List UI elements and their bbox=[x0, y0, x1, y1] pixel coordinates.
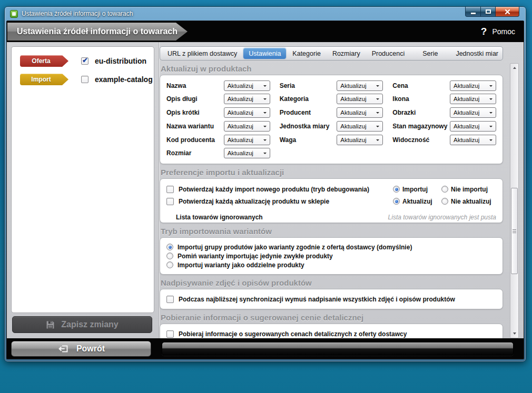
page-title: Ustawienia źródeł informacji o towarach bbox=[17, 27, 178, 36]
dropdown-nazwa-wariantu[interactable]: Aktualizuj bbox=[224, 121, 270, 132]
dropdown-kategoria[interactable]: Aktualizuj bbox=[337, 94, 383, 104]
save-changes-button[interactable]: Zapisz zmiany bbox=[12, 316, 152, 333]
pref-row-update: Potwierdzaj każdą aktualizację produktu … bbox=[166, 195, 496, 207]
overwrite-card: Podczas najbliższej synchronizacji wymuś… bbox=[160, 289, 503, 309]
field-kategoria: Kategoria Aktualizuj bbox=[280, 93, 383, 106]
tab-url-z-plikiem-dostawcy[interactable]: URL z plikiem dostawcy bbox=[162, 48, 242, 59]
confirm-import-checkbox[interactable] bbox=[166, 186, 174, 193]
variant-separate-radio[interactable] bbox=[166, 261, 173, 268]
tab-ustawienia[interactable]: Ustawienia bbox=[243, 48, 286, 59]
window-title: Ustawienia źródeł informacji o towarach bbox=[22, 10, 133, 17]
app-icon bbox=[10, 10, 18, 18]
help-button[interactable]: ? Pomoc bbox=[481, 21, 515, 42]
dropdown-value: Aktualizuj bbox=[450, 123, 489, 129]
radio-nie-aktualizuj-input[interactable] bbox=[441, 198, 448, 205]
dropdown-value: Aktualizuj bbox=[450, 109, 489, 116]
confirm-import-label[interactable]: Potwierdzaj każdy import nowego produktu… bbox=[179, 186, 369, 193]
dropdown-widocznosc[interactable]: Aktualizuj bbox=[450, 135, 496, 145]
price-label[interactable]: Pobieraj informacje o sugerowanych cenac… bbox=[179, 330, 407, 338]
dropdown-kod-producenta[interactable]: Aktualizuj bbox=[224, 135, 270, 145]
dropdown-opis-krotki[interactable]: Aktualizuj bbox=[224, 107, 270, 118]
radio-importuj-input[interactable] bbox=[393, 186, 400, 193]
variant-separate-label[interactable]: Importuj warianty jako oddzielne produkt… bbox=[178, 261, 304, 269]
field-stan-magazynowy: Stan magazynowy Aktualizuj bbox=[392, 119, 496, 133]
dropdown-rozmiar[interactable]: Aktualizuj bbox=[224, 148, 270, 158]
overwrite-checkbox[interactable] bbox=[166, 296, 174, 303]
dropdown-value: Aktualizuj bbox=[337, 96, 376, 102]
help-label: Pomoc bbox=[492, 27, 515, 36]
dropdown-producent[interactable]: Aktualizuj bbox=[337, 107, 383, 118]
source-name[interactable]: eu-distribution bbox=[95, 57, 146, 65]
radio-nie-aktualizuj-label[interactable]: Nie aktualizuj bbox=[451, 198, 491, 205]
variant-groups-label[interactable]: Importuj grupy produtów jako warianty zg… bbox=[178, 244, 412, 251]
dropdown-obrazki[interactable]: Aktualizuj bbox=[450, 107, 496, 118]
overwrite-label[interactable]: Podczas najbliższej synchronizacji wymuś… bbox=[179, 296, 455, 303]
price-checkbox[interactable] bbox=[166, 330, 174, 338]
scrollbar-thumb[interactable] bbox=[511, 188, 518, 274]
dropdown-value: Aktualizuj bbox=[337, 137, 376, 143]
variant-skip-radio[interactable] bbox=[166, 253, 173, 259]
grip-icon bbox=[513, 231, 516, 231]
save-icon bbox=[46, 320, 55, 329]
pref-row-import: Potwierdzaj każdy import nowego produktu… bbox=[166, 183, 496, 195]
scroll-up-button[interactable] bbox=[510, 64, 518, 72]
update-fields-card: Nazwa Aktualizuj Seria Aktualizuj Cena A… bbox=[160, 75, 503, 164]
variant-option-separate: Importuj warianty jako oddzielne produkt… bbox=[166, 260, 496, 269]
field-nazwa: Nazwa Aktualizuj bbox=[166, 79, 270, 92]
tab-producenci[interactable]: Producenci bbox=[367, 48, 410, 59]
dropdown-value: Aktualizuj bbox=[224, 109, 263, 116]
import-badge: Import bbox=[20, 74, 68, 85]
tab-rozmiary[interactable]: Rozmiary bbox=[327, 48, 366, 59]
tab-kategorie[interactable]: Kategorie bbox=[287, 48, 326, 59]
radio-nie-importuj-label[interactable]: Nie importuj bbox=[451, 186, 488, 193]
chevron-down-icon bbox=[376, 126, 379, 129]
dropdown-nazwa[interactable]: Aktualizuj bbox=[224, 80, 270, 91]
dropdown-waga[interactable]: Aktualizuj bbox=[337, 135, 383, 145]
settings-main: URL z plikiem dostawcy Ustawienia Katego… bbox=[160, 42, 503, 338]
dropdown-jednostka-miary[interactable]: Aktualizuj bbox=[337, 121, 383, 132]
tab-serie[interactable]: Serie bbox=[417, 48, 443, 59]
radio-aktualizuj-label[interactable]: Aktualizuj bbox=[402, 198, 432, 205]
ignored-list-label[interactable]: Lista towarów ignorowanych bbox=[176, 214, 263, 221]
radio-aktualizuj-input[interactable] bbox=[393, 198, 400, 205]
field-label: Rozmiar bbox=[166, 149, 224, 157]
source-checkbox-example-catalog[interactable] bbox=[81, 76, 88, 83]
chevron-down-icon bbox=[376, 139, 379, 143]
field-label: Obrazki bbox=[392, 109, 450, 116]
dropdown-value: Aktualizuj bbox=[450, 83, 489, 89]
variant-groups-radio[interactable] bbox=[166, 244, 173, 250]
dropdown-opis-dlugi[interactable]: Aktualizuj bbox=[224, 94, 270, 104]
triangle-up-icon bbox=[513, 65, 516, 69]
ignored-list-status: Lista towarów ignorowanych jest pusta bbox=[388, 214, 496, 221]
tab-jednostki-miar[interactable]: Jednostki miar bbox=[450, 48, 504, 59]
field-cena: Cena Aktualizuj bbox=[392, 79, 496, 92]
back-button[interactable]: Powrót bbox=[11, 341, 151, 357]
source-checkbox-eu-distribution[interactable] bbox=[81, 57, 88, 65]
dropdown-value: Aktualizuj bbox=[337, 109, 376, 116]
dropdown-seria[interactable]: Aktualizuj bbox=[337, 80, 383, 91]
minimize-button[interactable] bbox=[465, 7, 481, 17]
chevron-down-icon bbox=[263, 85, 267, 88]
field-jednostka-miary: Jednostka miary Aktualizuj bbox=[280, 119, 383, 133]
dropdown-value: Aktualizuj bbox=[337, 123, 376, 129]
dropdown-value: Aktualizuj bbox=[224, 83, 263, 89]
dropdown-ikona[interactable]: Aktualizuj bbox=[450, 94, 496, 104]
app-footer: Powrót bbox=[7, 338, 524, 359]
dropdown-stan-magazynowy[interactable]: Aktualizuj bbox=[450, 121, 496, 132]
maximize-button[interactable] bbox=[481, 7, 496, 17]
variant-option-skip: Pomiń warianty importując jedynie zwykłe… bbox=[166, 251, 496, 260]
radio-nie-importuj-input[interactable] bbox=[441, 186, 448, 193]
dropdown-cena[interactable]: Aktualizuj bbox=[450, 80, 496, 91]
confirm-update-checkbox[interactable] bbox=[166, 198, 174, 205]
source-row-example-catalog: Import example-catalog bbox=[20, 74, 154, 85]
confirm-update-label[interactable]: Potwierdzaj każdą aktualizację produktu … bbox=[179, 198, 329, 205]
scroll-down-button[interactable] bbox=[510, 330, 518, 337]
field-seria: Seria Aktualizuj bbox=[280, 79, 383, 92]
close-button[interactable] bbox=[496, 7, 519, 17]
variant-skip-label[interactable]: Pomiń warianty importując jedynie zwykłe… bbox=[178, 253, 333, 260]
chevron-down-icon bbox=[263, 153, 267, 156]
source-name[interactable]: example-catalog bbox=[95, 75, 153, 84]
vertical-scrollbar[interactable] bbox=[510, 63, 519, 338]
radio-importuj-label[interactable]: Importuj bbox=[402, 186, 428, 193]
dropdown-value: Aktualizuj bbox=[224, 137, 263, 143]
